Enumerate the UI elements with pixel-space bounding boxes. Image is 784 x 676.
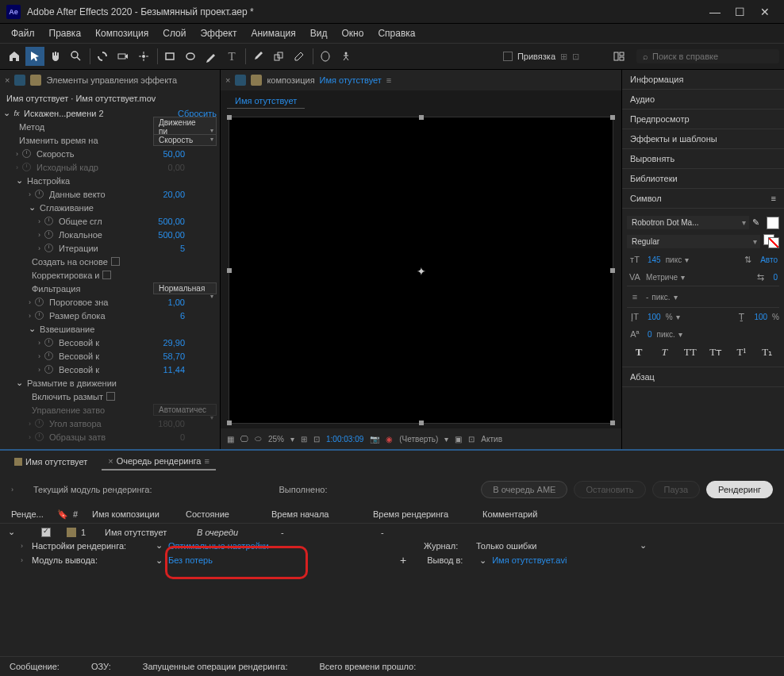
render-checkbox[interactable] xyxy=(41,528,51,537)
vector-value[interactable]: 20,00 xyxy=(163,190,185,199)
font-family-dropdown[interactable]: Robotron Dot Ma... xyxy=(627,216,749,229)
effects-panel-header[interactable]: Эффекты и шаблоны xyxy=(622,129,784,149)
output-twirl[interactable]: › xyxy=(21,556,27,564)
ellipse-tool[interactable] xyxy=(181,47,200,66)
render-button[interactable]: Рендеринг xyxy=(706,481,773,498)
kerning-value[interactable]: Метриче xyxy=(646,273,678,282)
build-checkbox[interactable] xyxy=(111,257,120,266)
home-tool[interactable] xyxy=(5,47,24,66)
handle-icon[interactable] xyxy=(227,268,232,273)
handle-icon[interactable] xyxy=(610,268,615,273)
vscale-value[interactable]: 100 xyxy=(648,313,661,321)
allcaps-button[interactable]: TT xyxy=(683,346,698,359)
selection-tool[interactable] xyxy=(25,47,44,66)
menu-edit[interactable]: Правка xyxy=(43,25,88,41)
snapshot-icon[interactable]: 📷 xyxy=(370,435,379,444)
comp-name-link[interactable]: Имя отутствует xyxy=(320,75,382,85)
item-twirl[interactable]: ⌄ xyxy=(8,527,16,537)
stopwatch-icon[interactable] xyxy=(44,351,53,360)
weight-r-value[interactable]: 29,90 xyxy=(163,338,185,348)
module-twirl[interactable]: › xyxy=(11,486,17,494)
handle-icon[interactable] xyxy=(227,115,232,120)
stopwatch-icon[interactable] xyxy=(44,338,53,347)
stopwatch-icon[interactable] xyxy=(35,190,44,198)
baseline-value[interactable]: 0 xyxy=(648,330,652,339)
display-icon[interactable]: 🖵 xyxy=(240,435,248,444)
menu-help[interactable]: Справка xyxy=(371,25,421,41)
comp-close-icon[interactable]: × xyxy=(225,75,230,85)
retime-dropdown[interactable]: Скорость xyxy=(153,134,217,146)
settings-twirl[interactable]: › xyxy=(21,542,27,550)
hand-tool[interactable] xyxy=(46,47,65,66)
bold-button[interactable]: T xyxy=(632,346,646,359)
pan-behind-tool[interactable] xyxy=(134,47,153,66)
weighting-twirl[interactable]: ⌄ xyxy=(29,324,37,334)
view-icon[interactable]: ▣ xyxy=(455,435,462,444)
menu-effect[interactable]: Эффект xyxy=(194,25,243,41)
timeline-tab[interactable]: Имя отутствует xyxy=(8,454,94,470)
snap-checkbox[interactable] xyxy=(503,52,513,61)
paragraph-panel-header[interactable]: Абзац xyxy=(622,367,784,387)
stroke-value[interactable]: - xyxy=(646,293,648,302)
global-sm-value[interactable]: 500,00 xyxy=(158,217,185,226)
effect-controls-tab[interactable]: Элементы управления эффекта xyxy=(46,75,177,85)
libraries-panel-header[interactable]: Библиотеки xyxy=(622,169,784,189)
3d-icon[interactable]: ⊡ xyxy=(468,435,475,444)
anchor-point-icon[interactable]: ✦ xyxy=(416,265,427,276)
preview-panel-header[interactable]: Предпросмотр xyxy=(622,109,784,129)
menu-view[interactable]: Вид xyxy=(304,25,334,41)
minimize-button[interactable]: — xyxy=(709,6,719,18)
grid-icon[interactable]: ▦ xyxy=(227,435,234,444)
comp-menu-icon[interactable]: ≡ xyxy=(386,75,391,85)
snap-more-icon[interactable]: ⊡ xyxy=(572,52,579,62)
handle-icon[interactable] xyxy=(419,115,424,120)
fx-icon[interactable]: fx xyxy=(11,109,22,118)
stopwatch-icon[interactable] xyxy=(44,230,53,239)
handle-icon[interactable] xyxy=(419,421,424,425)
enable-blur-checkbox[interactable] xyxy=(106,392,115,401)
tracking-value[interactable]: 0 xyxy=(773,273,778,282)
handle-icon[interactable] xyxy=(610,421,615,425)
leading-value[interactable]: Авто xyxy=(760,255,778,264)
queue-ame-button[interactable]: В очередь AME xyxy=(481,481,567,498)
log-dropdown[interactable]: Только ошибки xyxy=(476,541,635,551)
help-search[interactable]: ⌕ xyxy=(636,49,779,63)
subscript-button[interactable]: T₁ xyxy=(760,346,774,359)
roi-icon[interactable]: ⊡ xyxy=(313,435,320,444)
hscale-value[interactable]: 100 xyxy=(754,313,767,321)
composition-viewport[interactable]: ✦ xyxy=(229,117,613,424)
clone-tool[interactable] xyxy=(269,47,288,66)
eraser-tool[interactable] xyxy=(290,47,309,66)
snap-options-icon[interactable]: ⊞ xyxy=(560,52,567,62)
align-panel-header[interactable]: Выровнять xyxy=(622,149,784,169)
menu-composition[interactable]: Композиция xyxy=(89,25,155,41)
weight-b-value[interactable]: 11,44 xyxy=(163,365,185,374)
menu-file[interactable]: Файл xyxy=(5,25,41,41)
italic-button[interactable]: T xyxy=(657,346,671,359)
stopwatch-icon[interactable] xyxy=(22,149,31,158)
zoom-tool[interactable] xyxy=(67,47,86,66)
quality-dropdown[interactable]: (Четверть) xyxy=(399,435,438,444)
output-module-link[interactable]: Без потерь xyxy=(168,555,311,565)
threshold-value[interactable]: 1,00 xyxy=(168,298,185,307)
speed-value[interactable]: 50,00 xyxy=(163,149,185,159)
output-file-link[interactable]: Имя отутствует.avi xyxy=(492,555,567,565)
tuning-twirl[interactable]: ⌄ xyxy=(16,175,24,186)
menu-layer[interactable]: Слой xyxy=(156,25,192,41)
smallcaps-button[interactable]: Tᴛ xyxy=(709,346,723,359)
panel-close-icon[interactable]: × xyxy=(5,75,10,85)
menu-window[interactable]: Окно xyxy=(335,25,370,41)
local-sm-value[interactable]: 500,00 xyxy=(158,230,185,240)
fill-color-swatch[interactable] xyxy=(767,217,779,229)
menu-animation[interactable]: Анимация xyxy=(244,25,302,41)
workspace-icon[interactable] xyxy=(609,47,628,66)
timecode[interactable]: 1:00:03:09 xyxy=(326,435,363,444)
stroke-color-swatch[interactable] xyxy=(763,234,779,248)
mask-icon[interactable]: ⬭ xyxy=(255,434,262,444)
filtering-dropdown[interactable]: Нормальная xyxy=(153,282,217,294)
stopwatch-icon[interactable] xyxy=(44,365,53,374)
rectangle-tool[interactable] xyxy=(160,47,179,66)
puppet-tool[interactable] xyxy=(336,47,355,66)
character-panel-header[interactable]: Символ≡ xyxy=(622,189,784,209)
stopwatch-icon[interactable] xyxy=(44,217,53,225)
